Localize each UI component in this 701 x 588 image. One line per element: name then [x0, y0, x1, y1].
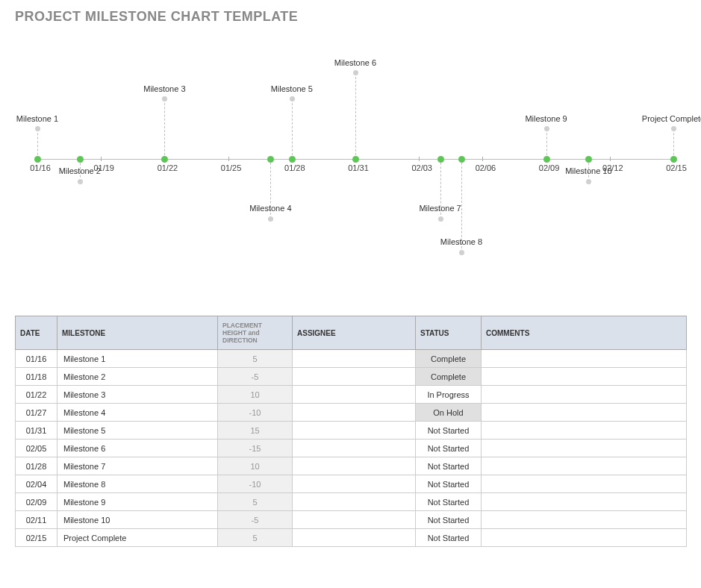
cell-milestone[interactable]: Milestone 5	[57, 422, 218, 440]
milestone-label: Milestone 6	[327, 58, 384, 67]
cell-status[interactable]: Not Started	[416, 511, 482, 529]
cell-height[interactable]: 10	[218, 386, 293, 404]
cell-date[interactable]: 02/09	[16, 493, 57, 511]
cell-date[interactable]: 01/28	[16, 457, 57, 475]
cell-status[interactable]: Not Started	[416, 475, 482, 493]
cell-status[interactable]: On Hold	[416, 404, 482, 422]
cell-date[interactable]: 02/11	[16, 511, 57, 529]
table-row: 01/22Milestone 310In Progress	[16, 386, 687, 404]
cell-assignee[interactable]	[293, 440, 416, 457]
milestone-point-icon	[161, 156, 168, 163]
cell-assignee[interactable]	[293, 529, 416, 547]
milestone-label: Milestone 5	[264, 84, 320, 93]
cell-assignee[interactable]	[293, 457, 416, 475]
milestone-table: DATE MILESTONE PLACEMENT HEIGHT and DIRE…	[15, 316, 687, 547]
cell-milestone[interactable]: Project Complete	[57, 529, 218, 547]
cell-height[interactable]: 15	[218, 422, 293, 440]
cell-status[interactable]: Complete	[416, 350, 482, 368]
cell-height[interactable]: 10	[218, 457, 293, 475]
cell-milestone[interactable]: Milestone 6	[57, 440, 218, 457]
cell-height[interactable]: 5	[218, 350, 293, 368]
cell-height[interactable]: -10	[218, 475, 293, 493]
milestone-point-icon	[437, 156, 444, 163]
table-row: 01/28Milestone 710Not Started	[16, 457, 687, 475]
milestone-end-icon	[671, 126, 676, 131]
milestone-end-icon	[290, 96, 295, 101]
cell-date[interactable]: 01/16	[16, 350, 57, 368]
cell-status[interactable]: Complete	[416, 368, 482, 386]
cell-status[interactable]: In Progress	[416, 386, 482, 404]
cell-status[interactable]: Not Started	[416, 457, 482, 475]
milestone-label: Milestone 2	[52, 166, 108, 175]
cell-height[interactable]: -5	[218, 368, 293, 386]
cell-comments[interactable]	[482, 529, 687, 547]
cell-milestone[interactable]: Milestone 10	[57, 511, 218, 529]
milestone-label: Milestone 4	[242, 204, 299, 213]
cell-date[interactable]: 01/22	[16, 386, 57, 404]
cell-assignee[interactable]	[293, 422, 416, 440]
milestone-end-icon	[438, 216, 443, 222]
cell-status[interactable]: Not Started	[416, 529, 482, 547]
milestone-point-icon	[267, 156, 274, 163]
cell-height[interactable]: 5	[218, 529, 293, 547]
milestone-end-icon	[78, 179, 83, 184]
cell-date[interactable]: 01/31	[16, 422, 57, 440]
cell-comments[interactable]	[482, 368, 687, 386]
cell-status[interactable]: Not Started	[416, 493, 482, 511]
cell-status[interactable]: Not Started	[416, 440, 482, 457]
milestone-end-icon	[459, 250, 464, 255]
cell-date[interactable]: 01/27	[16, 404, 57, 422]
cell-assignee[interactable]	[293, 511, 416, 529]
cell-milestone[interactable]: Milestone 8	[57, 475, 218, 493]
cell-comments[interactable]	[482, 457, 687, 475]
milestone-point-icon	[352, 156, 359, 163]
cell-height[interactable]: -15	[218, 440, 293, 457]
cell-comments[interactable]	[482, 386, 687, 404]
cell-date[interactable]: 01/18	[16, 368, 57, 386]
cell-date[interactable]: 02/05	[16, 440, 57, 457]
cell-milestone[interactable]: Milestone 1	[57, 350, 218, 368]
cell-height[interactable]: 5	[218, 493, 293, 511]
cell-assignee[interactable]	[293, 404, 416, 422]
milestone-end-icon	[268, 216, 273, 222]
cell-assignee[interactable]	[293, 493, 416, 511]
milestone-point-icon	[670, 156, 677, 163]
cell-milestone[interactable]: Milestone 9	[57, 493, 218, 511]
cell-milestone[interactable]: Milestone 7	[57, 457, 218, 475]
cell-status[interactable]: Not Started	[416, 422, 482, 440]
table-row: 02/09Milestone 95Not Started	[16, 493, 687, 511]
cell-comments[interactable]	[482, 511, 687, 529]
milestone-point-icon	[585, 156, 592, 163]
cell-milestone[interactable]: Milestone 2	[57, 368, 218, 386]
cell-comments[interactable]	[482, 422, 687, 440]
milestone-label: Milestone 3	[136, 84, 193, 93]
cell-milestone[interactable]: Milestone 3	[57, 386, 218, 404]
cell-assignee[interactable]	[293, 368, 416, 386]
cell-height[interactable]: -10	[218, 404, 293, 422]
cell-comments[interactable]	[482, 475, 687, 493]
cell-height[interactable]: -5	[218, 511, 293, 529]
tick-label: 01/28	[280, 163, 310, 172]
table-row: 02/15Project Complete5Not Started	[16, 529, 687, 547]
cell-comments[interactable]	[482, 350, 687, 368]
milestone-chart: 01/1601/1901/2201/2501/2801/3102/0302/06…	[15, 32, 687, 286]
cell-comments[interactable]	[482, 493, 687, 511]
table-row: 01/27Milestone 4-10On Hold	[16, 404, 687, 422]
cell-assignee[interactable]	[293, 386, 416, 404]
col-height-header: PLACEMENT HEIGHT and DIRECTION	[218, 316, 293, 350]
milestone-point-icon	[34, 156, 41, 163]
table-row: 01/18Milestone 2-5Complete	[16, 368, 687, 386]
cell-date[interactable]: 02/04	[16, 475, 57, 493]
milestone-label: Milestone 10	[558, 166, 619, 175]
cell-comments[interactable]	[482, 404, 687, 422]
page-title: PROJECT MILESTONE CHART TEMPLATE	[15, 9, 686, 25]
milestone-label: Milestone 8	[433, 237, 490, 246]
table-row: 01/16Milestone 15Complete	[16, 350, 687, 368]
cell-date[interactable]: 02/15	[16, 529, 57, 547]
milestone-point-icon	[77, 156, 84, 163]
cell-milestone[interactable]: Milestone 4	[57, 404, 218, 422]
cell-assignee[interactable]	[293, 350, 416, 368]
cell-comments[interactable]	[482, 440, 687, 457]
cell-assignee[interactable]	[293, 475, 416, 493]
col-status-header: STATUS	[416, 316, 482, 350]
